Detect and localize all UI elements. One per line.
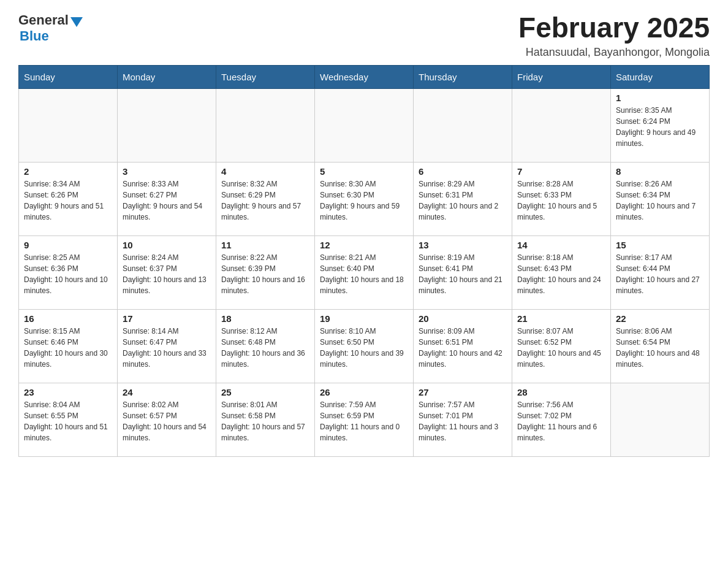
day-number: 11 xyxy=(221,240,309,250)
day-info: Sunrise: 8:07 AMSunset: 6:52 PMDaylight:… xyxy=(517,326,605,370)
calendar-day-cell: 4Sunrise: 8:32 AMSunset: 6:29 PMDaylight… xyxy=(216,162,315,236)
day-info: Sunrise: 8:28 AMSunset: 6:33 PMDaylight:… xyxy=(517,178,605,223)
day-number: 27 xyxy=(419,387,507,397)
day-number: 4 xyxy=(221,166,309,177)
day-number: 22 xyxy=(616,313,704,324)
calendar-day-cell: 16Sunrise: 8:15 AMSunset: 6:46 PMDayligh… xyxy=(19,309,118,383)
day-info: Sunrise: 8:34 AMSunset: 6:26 PMDaylight:… xyxy=(24,178,112,223)
calendar-week-row: 16Sunrise: 8:15 AMSunset: 6:46 PMDayligh… xyxy=(19,309,710,383)
day-number: 20 xyxy=(419,313,507,324)
day-info: Sunrise: 8:35 AMSunset: 6:24 PMDaylight:… xyxy=(616,105,704,149)
day-number: 7 xyxy=(517,166,605,177)
day-of-week-header: Tuesday xyxy=(216,65,315,88)
calendar-subtitle: Hatansuudal, Bayanhongor, Mongolia xyxy=(518,46,710,59)
day-number: 17 xyxy=(123,313,211,324)
calendar-day-cell xyxy=(611,383,710,456)
calendar-day-cell: 21Sunrise: 8:07 AMSunset: 6:52 PMDayligh… xyxy=(512,309,611,383)
day-number: 10 xyxy=(123,240,211,250)
title-block: February 2025 Hatansuudal, Bayanhongor, … xyxy=(518,12,710,59)
day-info: Sunrise: 8:21 AMSunset: 6:40 PMDaylight:… xyxy=(320,252,408,296)
day-of-week-header: Friday xyxy=(512,65,611,88)
day-number: 21 xyxy=(517,313,605,324)
page-header: General Blue February 2025 Hatansuudal, … xyxy=(18,12,710,59)
calendar-title: February 2025 xyxy=(518,12,710,44)
calendar-day-cell: 6Sunrise: 8:29 AMSunset: 6:31 PMDaylight… xyxy=(414,162,512,236)
day-info: Sunrise: 8:04 AMSunset: 6:55 PMDaylight:… xyxy=(24,399,112,443)
calendar-day-cell: 1Sunrise: 8:35 AMSunset: 6:24 PMDaylight… xyxy=(611,88,710,162)
day-number: 25 xyxy=(221,387,309,397)
day-number: 14 xyxy=(517,240,605,250)
day-of-week-header: Sunday xyxy=(19,65,118,88)
day-info: Sunrise: 8:25 AMSunset: 6:36 PMDaylight:… xyxy=(24,252,112,296)
day-number: 23 xyxy=(24,387,112,397)
day-info: Sunrise: 8:33 AMSunset: 6:27 PMDaylight:… xyxy=(123,178,211,223)
calendar-day-cell: 3Sunrise: 8:33 AMSunset: 6:27 PMDaylight… xyxy=(118,162,216,236)
calendar-week-row: 1Sunrise: 8:35 AMSunset: 6:24 PMDaylight… xyxy=(19,88,710,162)
calendar-day-cell: 11Sunrise: 8:22 AMSunset: 6:39 PMDayligh… xyxy=(216,236,315,309)
day-number: 16 xyxy=(24,313,112,324)
calendar-day-cell xyxy=(118,88,216,162)
day-of-week-header: Monday xyxy=(118,65,216,88)
day-info: Sunrise: 8:19 AMSunset: 6:41 PMDaylight:… xyxy=(419,252,507,296)
day-info: Sunrise: 8:32 AMSunset: 6:29 PMDaylight:… xyxy=(221,178,309,223)
day-number: 26 xyxy=(320,387,408,397)
calendar-day-cell: 23Sunrise: 8:04 AMSunset: 6:55 PMDayligh… xyxy=(19,383,118,456)
calendar-week-row: 2Sunrise: 8:34 AMSunset: 6:26 PMDaylight… xyxy=(19,162,710,236)
day-number: 13 xyxy=(419,240,507,250)
day-number: 2 xyxy=(24,166,112,177)
day-info: Sunrise: 8:10 AMSunset: 6:50 PMDaylight:… xyxy=(320,326,408,370)
calendar-day-cell: 13Sunrise: 8:19 AMSunset: 6:41 PMDayligh… xyxy=(414,236,512,309)
calendar-day-cell: 9Sunrise: 8:25 AMSunset: 6:36 PMDaylight… xyxy=(19,236,118,309)
day-info: Sunrise: 8:12 AMSunset: 6:48 PMDaylight:… xyxy=(221,326,309,370)
calendar-day-cell: 20Sunrise: 8:09 AMSunset: 6:51 PMDayligh… xyxy=(414,309,512,383)
calendar-week-row: 9Sunrise: 8:25 AMSunset: 6:36 PMDaylight… xyxy=(19,236,710,309)
calendar-day-cell: 28Sunrise: 7:56 AMSunset: 7:02 PMDayligh… xyxy=(512,383,611,456)
calendar-day-cell: 2Sunrise: 8:34 AMSunset: 6:26 PMDaylight… xyxy=(19,162,118,236)
day-number: 3 xyxy=(123,166,211,177)
day-info: Sunrise: 8:29 AMSunset: 6:31 PMDaylight:… xyxy=(419,178,507,223)
day-info: Sunrise: 7:56 AMSunset: 7:02 PMDaylight:… xyxy=(517,399,605,443)
calendar-day-cell: 12Sunrise: 8:21 AMSunset: 6:40 PMDayligh… xyxy=(315,236,414,309)
logo: General Blue xyxy=(18,12,83,44)
day-info: Sunrise: 8:17 AMSunset: 6:44 PMDaylight:… xyxy=(616,252,704,296)
calendar-week-row: 23Sunrise: 8:04 AMSunset: 6:55 PMDayligh… xyxy=(19,383,710,456)
calendar-day-cell: 8Sunrise: 8:26 AMSunset: 6:34 PMDaylight… xyxy=(611,162,710,236)
day-number: 6 xyxy=(419,166,507,177)
day-info: Sunrise: 8:01 AMSunset: 6:58 PMDaylight:… xyxy=(221,399,309,443)
day-info: Sunrise: 7:57 AMSunset: 7:01 PMDaylight:… xyxy=(419,399,507,443)
calendar-day-cell: 7Sunrise: 8:28 AMSunset: 6:33 PMDaylight… xyxy=(512,162,611,236)
calendar-header-row: SundayMondayTuesdayWednesdayThursdayFrid… xyxy=(19,65,710,88)
calendar-day-cell: 19Sunrise: 8:10 AMSunset: 6:50 PMDayligh… xyxy=(315,309,414,383)
calendar-day-cell: 25Sunrise: 8:01 AMSunset: 6:58 PMDayligh… xyxy=(216,383,315,456)
calendar-day-cell: 15Sunrise: 8:17 AMSunset: 6:44 PMDayligh… xyxy=(611,236,710,309)
logo-general-text: General xyxy=(18,12,69,28)
calendar-day-cell: 22Sunrise: 8:06 AMSunset: 6:54 PMDayligh… xyxy=(611,309,710,383)
day-info: Sunrise: 8:30 AMSunset: 6:30 PMDaylight:… xyxy=(320,178,408,223)
day-number: 5 xyxy=(320,166,408,177)
day-number: 12 xyxy=(320,240,408,250)
calendar-day-cell xyxy=(512,88,611,162)
day-of-week-header: Wednesday xyxy=(315,65,414,88)
day-info: Sunrise: 8:18 AMSunset: 6:43 PMDaylight:… xyxy=(517,252,605,296)
calendar-day-cell: 5Sunrise: 8:30 AMSunset: 6:30 PMDaylight… xyxy=(315,162,414,236)
logo-triangle-icon xyxy=(70,17,83,27)
day-info: Sunrise: 7:59 AMSunset: 6:59 PMDaylight:… xyxy=(320,399,408,443)
day-info: Sunrise: 8:26 AMSunset: 6:34 PMDaylight:… xyxy=(616,178,704,223)
calendar-table: SundayMondayTuesdayWednesdayThursdayFrid… xyxy=(18,65,710,457)
calendar-day-cell xyxy=(19,88,118,162)
calendar-day-cell: 27Sunrise: 7:57 AMSunset: 7:01 PMDayligh… xyxy=(414,383,512,456)
day-info: Sunrise: 8:14 AMSunset: 6:47 PMDaylight:… xyxy=(123,326,211,370)
day-number: 28 xyxy=(517,387,605,397)
calendar-day-cell xyxy=(216,88,315,162)
day-of-week-header: Saturday xyxy=(611,65,710,88)
day-number: 24 xyxy=(123,387,211,397)
day-number: 18 xyxy=(221,313,309,324)
day-number: 9 xyxy=(24,240,112,250)
calendar-day-cell: 26Sunrise: 7:59 AMSunset: 6:59 PMDayligh… xyxy=(315,383,414,456)
calendar-day-cell: 14Sunrise: 8:18 AMSunset: 6:43 PMDayligh… xyxy=(512,236,611,309)
calendar-day-cell xyxy=(414,88,512,162)
day-number: 15 xyxy=(616,240,704,250)
day-of-week-header: Thursday xyxy=(414,65,512,88)
calendar-day-cell: 10Sunrise: 8:24 AMSunset: 6:37 PMDayligh… xyxy=(118,236,216,309)
calendar-day-cell: 18Sunrise: 8:12 AMSunset: 6:48 PMDayligh… xyxy=(216,309,315,383)
